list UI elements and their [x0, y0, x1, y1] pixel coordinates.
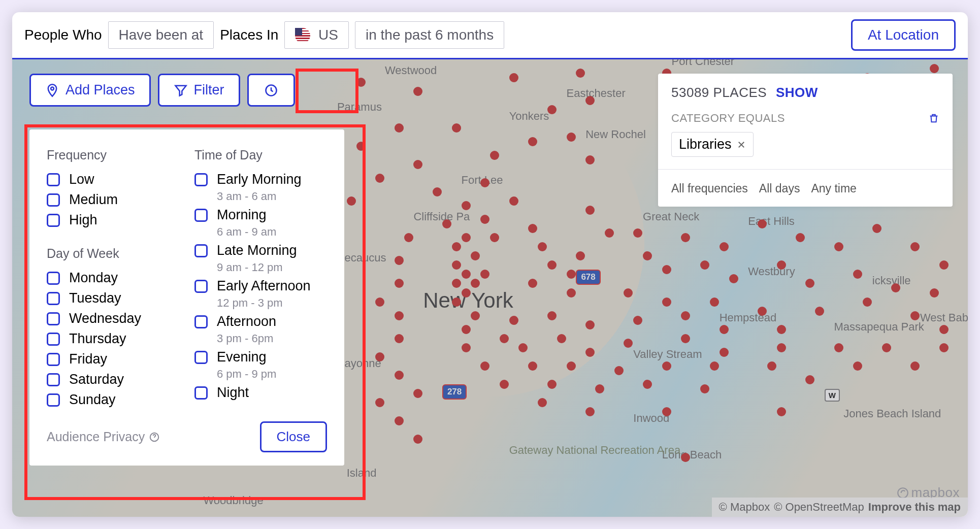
filter-button[interactable]: Filter	[158, 74, 240, 107]
country-dropdown[interactable]: US	[284, 21, 349, 49]
freq-medium[interactable]: Medium	[47, 192, 179, 208]
tod-sub: 3 am - 6 am	[217, 190, 327, 203]
attr-improve[interactable]: Improve this map	[868, 501, 961, 514]
category-chip-libraries[interactable]: Libraries	[671, 132, 754, 157]
map-label-newroch: New Rochel	[585, 128, 646, 141]
freq-low[interactable]: Low	[47, 172, 179, 187]
tod-night[interactable]: Night	[194, 385, 327, 401]
checkbox[interactable]	[194, 209, 208, 222]
map-label-woodbridge: Woodbridge	[203, 494, 263, 507]
checkbox[interactable]	[47, 173, 60, 186]
checkbox[interactable]	[194, 173, 208, 186]
places-info-card: 53089 PLACES SHOW CATEGORY EQUALS Librar…	[658, 74, 953, 207]
checkbox[interactable]	[47, 292, 60, 305]
checkbox[interactable]	[47, 193, 60, 207]
close-icon[interactable]	[737, 140, 746, 149]
add-places-label: Add Places	[66, 82, 135, 98]
tod-sub: 6 pm - 9 pm	[217, 368, 327, 381]
map-label-paramus: Paramus	[337, 101, 382, 114]
checkbox[interactable]	[47, 393, 60, 407]
checkbox[interactable]	[47, 373, 60, 386]
time-filter-popup: Frequency Low Medium High Day of Week Mo…	[29, 129, 344, 466]
checkbox[interactable]	[47, 214, 60, 227]
funnel-icon	[174, 83, 188, 97]
map-label-hempstead: Hempstead	[720, 311, 777, 324]
people-who-label: People Who	[24, 27, 102, 43]
active-filters: All frequencies All days Any time	[671, 182, 939, 195]
day-title: Day of Week	[47, 246, 179, 261]
places-count: 53089 PLACES	[671, 85, 767, 100]
tod-sub: 6 am - 9 am	[217, 225, 327, 239]
day-saturday[interactable]: Saturday	[47, 372, 179, 387]
tod-morning[interactable]: Morning	[194, 207, 327, 223]
category-equals-label: CATEGORY EQUALS	[671, 112, 785, 125]
time-button[interactable]	[247, 74, 295, 107]
map-badge-w: W	[825, 389, 840, 402]
day-thursday[interactable]: Thursday	[47, 331, 179, 347]
checkbox[interactable]	[47, 333, 60, 346]
filter-days[interactable]: All days	[759, 182, 800, 195]
svg-point-3	[898, 488, 908, 498]
add-places-button[interactable]: Add Places	[29, 74, 151, 107]
map-label-eastchester: Eastchester	[567, 87, 626, 100]
checkbox[interactable]	[194, 351, 208, 364]
day-sunday[interactable]: Sunday	[47, 392, 179, 408]
map-label-gateway: Gateway National Recreation Area	[509, 444, 681, 457]
map-label-westwood: Westwood	[385, 64, 437, 77]
tod-evening[interactable]: Evening	[194, 349, 327, 365]
map-label-greatneck: Great Neck	[643, 210, 699, 223]
map-label-westbury: Westbury	[748, 265, 795, 278]
checkbox[interactable]	[47, 312, 60, 325]
close-button[interactable]: Close	[260, 421, 327, 452]
filter-time[interactable]: Any time	[811, 182, 856, 195]
checkbox[interactable]	[47, 272, 60, 285]
map-toolbar: Add Places Filter	[29, 74, 295, 107]
route-shield-678: 678	[576, 270, 600, 285]
country-label: US	[318, 27, 338, 43]
filter-label: Filter	[194, 82, 224, 98]
timeframe-dropdown[interactable]: in the past 6 months	[355, 21, 504, 49]
clock-icon	[264, 83, 278, 97]
places-in-label: Places In	[220, 27, 278, 43]
help-icon	[149, 432, 160, 443]
map-label-massapequa: Massapequa Park	[834, 320, 924, 334]
map-label-westbabyl: West Babyl	[920, 311, 968, 324]
map-label-easthills: East Hills	[748, 215, 795, 228]
map-label-portchester: Port Chester	[672, 59, 735, 68]
show-link[interactable]: SHOW	[776, 85, 818, 100]
tod-sub: 3 pm - 6pm	[217, 332, 327, 345]
day-tuesday[interactable]: Tuesday	[47, 290, 179, 306]
frequency-column: Frequency Low Medium High Day of Week Mo…	[47, 148, 179, 412]
divider	[658, 169, 953, 170]
attr-osm[interactable]: © OpenStreetMap	[774, 501, 864, 514]
day-friday[interactable]: Friday	[47, 351, 179, 367]
verb-dropdown[interactable]: Have been at	[108, 21, 214, 49]
us-flag-icon	[295, 28, 310, 43]
checkbox[interactable]	[194, 280, 208, 293]
checkbox[interactable]	[194, 386, 208, 400]
frequency-title: Frequency	[47, 148, 179, 162]
freq-high[interactable]: High	[47, 212, 179, 228]
checkbox[interactable]	[194, 244, 208, 257]
map-container: New York Yonkers Westwood Paramus New Ro…	[12, 59, 968, 517]
tod-early-morning[interactable]: Early Morning	[194, 172, 327, 187]
map-label-cliffside: Cliffside Pa	[413, 210, 470, 223]
tod-late-morning[interactable]: Late Morning	[194, 243, 327, 258]
map-label-yonkers: Yonkers	[509, 110, 549, 123]
route-shield-278: 278	[442, 384, 467, 400]
time-of-day-column: Time of Day Early Morning 3 am - 6 am Mo…	[194, 148, 327, 412]
checkbox[interactable]	[47, 353, 60, 366]
attr-mapbox[interactable]: © Mapbox	[719, 501, 770, 514]
map-label-valleystream: Valley Stream	[633, 348, 702, 361]
day-monday[interactable]: Monday	[47, 270, 179, 286]
day-wednesday[interactable]: Wednesday	[47, 311, 179, 326]
trash-icon[interactable]	[928, 113, 939, 124]
tod-sub: 12 pm - 3 pm	[217, 296, 327, 310]
checkbox[interactable]	[194, 315, 208, 328]
tod-afternoon[interactable]: Afternoon	[194, 314, 327, 329]
app-window: People Who Have been at Places In US in …	[12, 12, 968, 517]
at-location-button[interactable]: At Location	[851, 19, 956, 51]
filter-frequencies[interactable]: All frequencies	[671, 182, 748, 195]
tod-early-afternoon[interactable]: Early Afternoon	[194, 278, 327, 294]
audience-privacy-link[interactable]: Audience Privacy	[47, 429, 160, 444]
